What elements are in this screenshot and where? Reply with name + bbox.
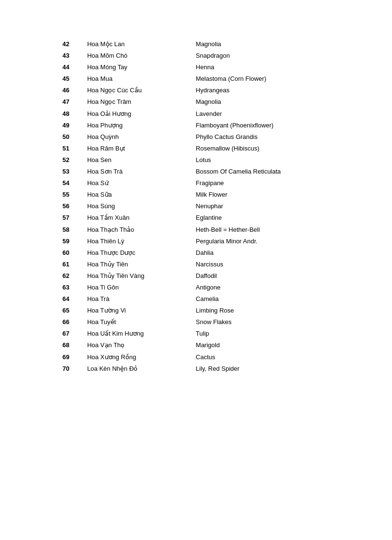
table-row: 70 Loa Kèn Nhện Đỏ Lily, Red Spider — [62, 363, 344, 375]
row-english: Lotus — [196, 154, 344, 166]
table-row: 64 Hoa Trà Camelia — [62, 293, 344, 305]
row-number: 43 — [62, 50, 87, 62]
row-vietnamese: Hoa Thược Dược — [87, 247, 196, 259]
row-english: Eglantine — [196, 212, 344, 224]
row-english: Dahlia — [196, 247, 344, 259]
row-number: 69 — [62, 352, 87, 363]
row-number: 62 — [62, 270, 87, 282]
row-vietnamese: Hoa Vạn Thọ — [87, 339, 196, 351]
row-english: Snow Flakes — [196, 316, 344, 328]
row-english: Pergularia Minor Andr. — [196, 236, 344, 247]
row-vietnamese: Hoa Mua — [87, 73, 196, 85]
row-number: 65 — [62, 305, 87, 316]
table-row: 62 Hoa Thủy Tiên Vàng Daffodil — [62, 270, 344, 282]
table-row: 46 Hoa Ngọc Cúc Cầu Hydrangeas — [62, 85, 344, 96]
table-row: 49 Hoa Phượng Flamboyant (Phoenixflower) — [62, 120, 344, 131]
row-english: Limbing Rose — [196, 305, 344, 316]
row-english: Phyllo Cactus Grandis — [196, 131, 344, 143]
table-row: 48 Hoa Oải Hương Lavender — [62, 108, 344, 120]
row-number: 59 — [62, 236, 87, 247]
row-vietnamese: Hoa Mõm Chó — [87, 50, 196, 62]
row-vietnamese: Hoa Tầm Xuân — [87, 212, 196, 224]
row-english: Nenuphar — [196, 201, 344, 212]
row-vietnamese: Hoa Thạch Thảo — [87, 224, 196, 236]
row-english: Lavender — [196, 108, 344, 120]
table-row: 57 Hoa Tầm Xuân Eglantine — [62, 212, 344, 224]
row-number: 68 — [62, 339, 87, 351]
row-vietnamese: Hoa Sữa — [87, 189, 196, 201]
row-english: Heth-Bell = Hether-Bell — [196, 224, 344, 236]
row-english: Tulip — [196, 328, 344, 339]
row-english: Magnolia — [196, 38, 344, 50]
row-english: Camelia — [196, 293, 344, 305]
row-number: 63 — [62, 282, 87, 293]
row-english: Lily, Red Spider — [196, 363, 344, 375]
table-row: 58 Hoa Thạch Thảo Heth-Bell = Hether-Bel… — [62, 224, 344, 236]
row-vietnamese: Hoa Sen — [87, 154, 196, 166]
row-number: 51 — [62, 143, 87, 154]
row-number: 42 — [62, 38, 87, 50]
table-row: 42 Hoa Mộc Lan Magnolia — [62, 38, 344, 50]
table-row: 45 Hoa Mua Melastoma (Corn Flower) — [62, 73, 344, 85]
table-row: 65 Hoa Tường Vi Limbing Rose — [62, 305, 344, 316]
row-number: 70 — [62, 363, 87, 375]
table-row: 61 Hoa Thủy Tiên Narcissus — [62, 259, 344, 270]
table-row: 69 Hoa Xương Rồng Cactus — [62, 352, 344, 363]
row-number: 64 — [62, 293, 87, 305]
table-row: 63 Hoa Ti Gôn Antigone — [62, 282, 344, 293]
row-number: 44 — [62, 62, 87, 73]
row-english: Fragipane — [196, 177, 344, 189]
row-number: 46 — [62, 85, 87, 96]
table-row: 52 Hoa Sen Lotus — [62, 154, 344, 166]
row-number: 58 — [62, 224, 87, 236]
row-english: Bossom Of Camelia Reticulata — [196, 166, 344, 177]
row-vietnamese: Hoa Thiên Lý — [87, 236, 196, 247]
table-row: 59 Hoa Thiên Lý Pergularia Minor Andr. — [62, 236, 344, 247]
row-vietnamese: Hoa Phượng — [87, 120, 196, 131]
row-english: Antigone — [196, 282, 344, 293]
row-english: Milk Flower — [196, 189, 344, 201]
row-number: 54 — [62, 177, 87, 189]
row-vietnamese: Hoa Xương Rồng — [87, 352, 196, 363]
row-vietnamese: Hoa Móng Tay — [87, 62, 196, 73]
row-english: Snapdragon — [196, 50, 344, 62]
row-number: 57 — [62, 212, 87, 224]
row-english: Daffodil — [196, 270, 344, 282]
row-english: Flamboyant (Phoenixflower) — [196, 120, 344, 131]
row-vietnamese: Hoa Tuyết — [87, 316, 196, 328]
row-number: 61 — [62, 259, 87, 270]
row-english: Cactus — [196, 352, 344, 363]
table-row: 43 Hoa Mõm Chó Snapdragon — [62, 50, 344, 62]
row-vietnamese: Hoa Thủy Tiên — [87, 259, 196, 270]
row-vietnamese: Hoa Sơn Trà — [87, 166, 196, 177]
table-row: 44 Hoa Móng Tay Henna — [62, 62, 344, 73]
page: 42 Hoa Mộc Lan Magnolia 43 Hoa Mõm Chó S… — [0, 0, 392, 413]
row-vietnamese: Hoa Uất Kim Hương — [87, 328, 196, 339]
row-number: 56 — [62, 201, 87, 212]
row-number: 52 — [62, 154, 87, 166]
row-vietnamese: Hoa Sứ — [87, 177, 196, 189]
row-vietnamese: Hoa Súng — [87, 201, 196, 212]
row-english: Henna — [196, 62, 344, 73]
row-number: 47 — [62, 96, 87, 108]
table-row: 53 Hoa Sơn Trà Bossom Of Camelia Reticul… — [62, 166, 344, 177]
row-vietnamese: Hoa Quỳnh — [87, 131, 196, 143]
row-number: 49 — [62, 120, 87, 131]
row-english: Marigold — [196, 339, 344, 351]
row-number: 45 — [62, 73, 87, 85]
row-english: Magnolia — [196, 96, 344, 108]
row-english: Narcissus — [196, 259, 344, 270]
row-vietnamese: Hoa Tường Vi — [87, 305, 196, 316]
table-row: 68 Hoa Vạn Thọ Marigold — [62, 339, 344, 351]
row-number: 48 — [62, 108, 87, 120]
row-vietnamese: Loa Kèn Nhện Đỏ — [87, 363, 196, 375]
row-number: 66 — [62, 316, 87, 328]
table-row: 67 Hoa Uất Kim Hương Tulip — [62, 328, 344, 339]
row-vietnamese: Hoa Râm Bụt — [87, 143, 196, 154]
row-number: 60 — [62, 247, 87, 259]
row-vietnamese: Hoa Ti Gôn — [87, 282, 196, 293]
row-english: Hydrangeas — [196, 85, 344, 96]
table-row: 51 Hoa Râm Bụt Rosemallow (Hibiscus) — [62, 143, 344, 154]
row-number: 67 — [62, 328, 87, 339]
row-vietnamese: Hoa Ngọc Trâm — [87, 96, 196, 108]
